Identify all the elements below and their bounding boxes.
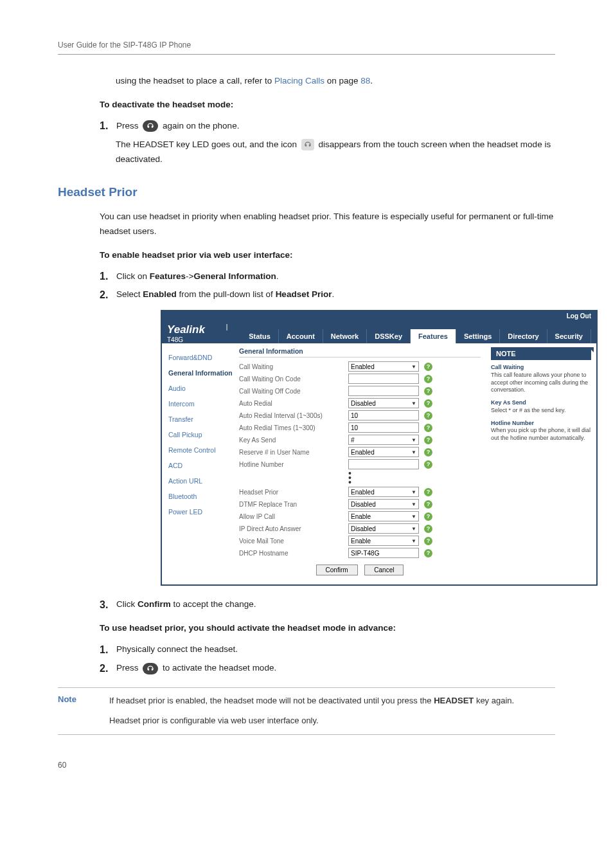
sidebar-item[interactable]: Intercom <box>162 396 239 411</box>
sidebar-item[interactable]: Remote Control <box>162 442 239 458</box>
text-field[interactable] <box>348 422 419 433</box>
dropdown-field[interactable] <box>348 523 419 534</box>
text-field[interactable] <box>348 374 419 384</box>
help-icon[interactable]: ? <box>424 525 432 533</box>
logout-link[interactable]: Log Out <box>567 312 591 320</box>
settings-row: Reserve # in User Name▼? <box>239 447 481 457</box>
group-title: General Information <box>239 347 481 357</box>
note-panel-head: NOTE <box>491 347 591 360</box>
tab-settings[interactable]: Settings <box>456 329 500 343</box>
estep1-c: -> <box>186 271 193 281</box>
text-field[interactable] <box>348 386 419 396</box>
chevron-down-icon: ▼ <box>411 364 416 370</box>
sidebar-item[interactable]: Power LED <box>162 504 239 520</box>
sidebar-item[interactable]: Call Pickup <box>162 427 239 442</box>
help-icon[interactable]: ? <box>424 537 432 545</box>
dropdown-field[interactable] <box>348 447 419 457</box>
intro-text-a: using the headset to place a call, refer… <box>116 76 274 86</box>
estep1-a: Click on <box>116 271 150 281</box>
tab-dsskey[interactable]: DSSKey <box>367 329 411 343</box>
sidebar-item[interactable]: Forward&DND <box>162 350 239 365</box>
settings-row: Headset Prior▼? <box>239 487 481 497</box>
dropdown-field[interactable] <box>348 398 419 408</box>
tab-security[interactable]: Security <box>547 329 591 343</box>
sidebar-item[interactable]: General Information <box>162 365 239 381</box>
page-88-link[interactable]: 88 <box>360 76 370 86</box>
estep1-d: General Information <box>193 271 276 281</box>
help-icon[interactable]: ? <box>424 363 432 371</box>
estep2-text: Select Enabled from the pull-down list o… <box>116 287 555 302</box>
tab-status[interactable]: Status <box>241 329 279 343</box>
sidebar-nav: Forward&DNDGeneral InformationAudioInter… <box>162 343 239 584</box>
step1-text: Press again on the phone. <box>116 119 555 134</box>
dropdown-field[interactable] <box>348 499 419 509</box>
text-field[interactable] <box>348 548 419 558</box>
estep2-b: Enabled <box>143 289 177 299</box>
settings-label: Key As Send <box>239 437 348 444</box>
placing-calls-link[interactable]: Placing Calls <box>274 76 324 86</box>
estep2-e: . <box>332 289 334 299</box>
note-panel: NOTE Call WaitingThis call feature allow… <box>486 343 596 584</box>
text-field[interactable] <box>348 410 419 420</box>
headset-key-icon-2 <box>143 663 158 674</box>
tab-features[interactable]: Features <box>411 329 456 343</box>
chevron-down-icon: ▼ <box>411 449 416 455</box>
headset-screen-icon <box>301 139 314 150</box>
settings-row: DHCP Hostname? <box>239 548 481 558</box>
note-block: Note If headset prior is enabled, the he… <box>58 687 555 735</box>
settings-label: Auto Redial <box>239 400 348 407</box>
dropdown-field[interactable] <box>348 487 419 497</box>
estep1-number: 1. <box>100 271 116 282</box>
sidebar-item[interactable]: ACD <box>162 458 239 473</box>
tab-directory[interactable]: Directory <box>500 329 547 343</box>
sidebar-item[interactable]: Audio <box>162 381 239 396</box>
dropdown-field[interactable] <box>348 511 419 521</box>
estep2-c: from the pull-down list of <box>177 289 276 299</box>
help-icon[interactable]: ? <box>424 387 432 395</box>
dropdown-field[interactable] <box>348 536 419 546</box>
cancel-button[interactable]: Cancel <box>364 565 404 575</box>
help-icon[interactable]: ? <box>424 460 432 469</box>
dropdown-field[interactable] <box>348 435 419 445</box>
help-icon[interactable]: ? <box>424 424 432 432</box>
settings-label: Voice Mail Tone <box>239 538 348 545</box>
help-icon[interactable]: ? <box>424 448 432 457</box>
settings-label: Reserve # in User Name <box>239 449 348 456</box>
help-icon[interactable]: ? <box>424 436 432 444</box>
brand-logo: Yealink | T48G <box>167 323 241 343</box>
tab-account[interactable]: Account <box>279 329 323 343</box>
chevron-down-icon: ▼ <box>411 502 416 507</box>
estep3-number: 3. <box>100 599 116 611</box>
intro-text-b: on page <box>324 76 360 86</box>
chevron-down-icon: ▼ <box>411 489 416 495</box>
web-ui-screenshot: Log Out Yealink | T48G StatusAccountNetw… <box>161 310 598 586</box>
sidebar-item[interactable]: Action URL <box>162 473 239 489</box>
settings-row: DTMF Replace Tran▼? <box>239 499 481 509</box>
settings-row: IP Direct Auto Answer▼? <box>239 523 481 534</box>
note-line1-c: key again. <box>474 696 514 705</box>
estep2-d: Headset Prior <box>276 289 332 299</box>
dropdown-field[interactable] <box>348 361 419 372</box>
help-icon[interactable]: ? <box>424 399 432 408</box>
sidebar-item[interactable]: Transfer <box>162 411 239 427</box>
headset-prior-heading: Headset Prior <box>58 185 555 199</box>
help-icon[interactable]: ? <box>424 512 432 521</box>
help-icon[interactable]: ? <box>424 411 432 420</box>
note-line2: Headset prior is configurable via web us… <box>109 714 514 728</box>
enable-heading: To enable headset prior via web user int… <box>100 248 555 263</box>
estep3-c: to accept the change. <box>171 599 256 609</box>
help-icon[interactable]: ? <box>424 375 432 383</box>
help-icon[interactable]: ? <box>424 549 432 557</box>
note-item: Key As SendSelect * or # as the send key… <box>491 399 591 414</box>
confirm-button[interactable]: Confirm <box>316 565 358 575</box>
tab-network[interactable]: Network <box>323 329 367 343</box>
settings-label: Call Waiting Off Code <box>239 388 348 395</box>
settings-row: Call Waiting▼? <box>239 361 481 372</box>
sidebar-item[interactable]: Bluetooth <box>162 489 239 504</box>
text-field[interactable] <box>348 459 419 469</box>
estep1-text: Click on Features->General Information. <box>116 269 555 284</box>
help-icon[interactable]: ? <box>424 500 432 509</box>
help-icon[interactable]: ? <box>424 488 432 496</box>
settings-label: Auto Redial Interval (1~300s) <box>239 412 348 419</box>
settings-label: Auto Redial Times (1~300) <box>239 424 348 431</box>
